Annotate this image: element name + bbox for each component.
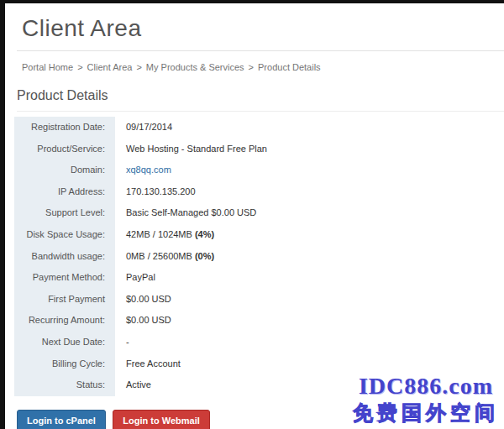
row-value: Web Hosting - Standard Free Plan bbox=[115, 139, 267, 160]
table-row: IP Address:170.130.135.200 bbox=[14, 181, 504, 203]
row-value: xq8qq.com bbox=[115, 160, 171, 181]
value-percentage: (0%) bbox=[195, 251, 214, 261]
row-value: - bbox=[115, 332, 129, 353]
breadcrumb-item[interactable]: Portal Home bbox=[22, 62, 73, 72]
row-label: Domain: bbox=[14, 160, 115, 181]
row-label: Bandwidth usage: bbox=[14, 246, 115, 268]
action-buttons: Login to cPanel Login to Webmail bbox=[17, 410, 504, 429]
login-cpanel-button[interactable]: Login to cPanel bbox=[17, 410, 106, 429]
section-title: Product Details bbox=[17, 88, 504, 112]
breadcrumb: Portal Home>Client Area>My Products & Se… bbox=[22, 62, 504, 72]
domain-link[interactable]: xq8qq.com bbox=[126, 165, 171, 175]
value-text: - bbox=[126, 337, 129, 347]
row-value: 170.130.135.200 bbox=[115, 181, 196, 203]
breadcrumb-item[interactable]: Client Area bbox=[87, 62, 133, 72]
page-title: Client Area bbox=[22, 15, 504, 42]
table-row: Support Level:Basic Self-Managed $0.00 U… bbox=[14, 202, 504, 224]
table-row: Payment Method:PayPal bbox=[14, 267, 504, 289]
value-text: PayPal bbox=[126, 272, 155, 282]
table-row: Billing Cycle:Free Account bbox=[14, 353, 504, 375]
table-row: Recurring Amount:$0.00 USD bbox=[14, 310, 504, 332]
value-text: 42MB / 1024MB bbox=[126, 229, 192, 239]
row-value: Basic Self-Managed $0.00 USD bbox=[115, 202, 256, 224]
table-row: Domain:xq8qq.com bbox=[14, 160, 504, 181]
value-text: 170.130.135.200 bbox=[126, 186, 196, 196]
table-row: Next Due Date:- bbox=[14, 332, 504, 353]
details-table: Registration Date:09/17/2014Product/Serv… bbox=[14, 117, 504, 396]
table-row: Registration Date:09/17/2014 bbox=[14, 117, 504, 139]
value-text: 09/17/2014 bbox=[126, 122, 172, 132]
row-label: Registration Date: bbox=[14, 117, 115, 139]
row-value: Active bbox=[115, 374, 151, 396]
row-label: Recurring Amount: bbox=[14, 310, 115, 332]
row-label: Payment Method: bbox=[14, 267, 115, 289]
login-webmail-button[interactable]: Login to Webmail bbox=[113, 410, 209, 429]
row-value: 42MB / 1024MB(4%) bbox=[115, 224, 214, 246]
value-text: Basic Self-Managed $0.00 USD bbox=[126, 207, 256, 217]
row-label: First Payment Amount: bbox=[14, 289, 115, 311]
row-label: Product/Service: bbox=[14, 139, 115, 160]
row-value: 0MB / 25600MB(0%) bbox=[115, 246, 214, 268]
breadcrumb-separator: > bbox=[136, 62, 141, 72]
row-value: 09/17/2014 bbox=[115, 117, 172, 139]
value-text: $0.00 USD bbox=[126, 315, 171, 325]
breadcrumb-separator: > bbox=[249, 62, 254, 72]
value-text: Active bbox=[126, 379, 151, 390]
breadcrumb-item: Product Details bbox=[258, 62, 321, 72]
row-value: Free Account bbox=[115, 353, 181, 375]
value-text: Free Account bbox=[126, 358, 181, 369]
table-row: Product/Service:Web Hosting - Standard F… bbox=[14, 139, 504, 160]
row-label: IP Address: bbox=[14, 181, 115, 203]
value-text: Web Hosting - Standard Free Plan bbox=[126, 144, 267, 154]
breadcrumb-item[interactable]: My Products & Services bbox=[146, 62, 244, 72]
value-percentage: (4%) bbox=[195, 229, 214, 239]
row-label: Billing Cycle: bbox=[14, 353, 115, 375]
row-label: Next Due Date: bbox=[14, 332, 115, 353]
title-divider bbox=[17, 50, 504, 51]
table-row: First Payment Amount:$0.00 USD bbox=[14, 289, 504, 311]
row-label: Support Level: bbox=[14, 202, 115, 224]
value-text: 0MB / 25600MB bbox=[126, 251, 192, 261]
breadcrumb-separator: > bbox=[77, 62, 82, 72]
row-value: PayPal bbox=[115, 267, 155, 289]
row-value: $0.00 USD bbox=[115, 310, 171, 332]
row-label: Status: bbox=[14, 374, 115, 396]
table-row: Status:Active bbox=[14, 374, 504, 396]
table-row: Disk Space Usage:42MB / 1024MB(4%) bbox=[14, 224, 504, 246]
page-content: Client Area Portal Home>Client Area>My P… bbox=[5, 3, 504, 429]
value-text: $0.00 USD bbox=[126, 294, 171, 304]
row-value: $0.00 USD bbox=[115, 289, 171, 311]
table-row: Bandwidth usage:0MB / 25600MB(0%) bbox=[14, 246, 504, 268]
row-label: Disk Space Usage: bbox=[14, 224, 115, 246]
